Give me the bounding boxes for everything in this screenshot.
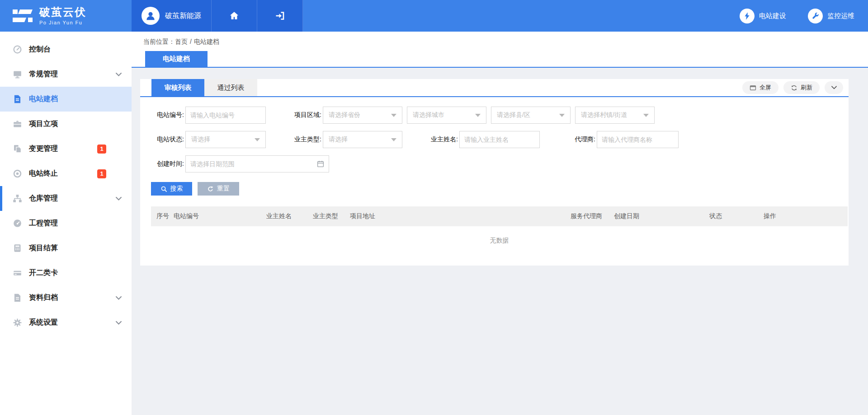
- table-column-header: 创建日期: [614, 212, 709, 220]
- sidebar-item-gear[interactable]: 系统设置: [0, 310, 132, 335]
- breadcrumb-current: 电站建档: [194, 38, 219, 45]
- search-button[interactable]: 搜索: [151, 182, 192, 196]
- sidebar-item-monitor[interactable]: 常规管理: [0, 62, 132, 87]
- table-column-header: 操作: [764, 212, 848, 220]
- sidebar-item-card[interactable]: 开二类卡: [0, 261, 132, 285]
- agent-label: 代理商:: [562, 135, 595, 144]
- station-no-label: 电站编号:: [151, 111, 184, 119]
- brand-logo-icon: [12, 6, 33, 25]
- reset-button[interactable]: 重置: [198, 182, 239, 196]
- avatar: [142, 7, 160, 25]
- station-status-placeholder: 请选择: [191, 135, 210, 144]
- caret-down-icon: [391, 114, 396, 117]
- main: 控制台常规管理电站建档项目立项变更管理1电站终止1仓库管理工程管理项目结算开二类…: [0, 32, 868, 415]
- notification-badge: 1: [97, 169, 106, 178]
- filter-row-1: 电站编号: 项目区域: 请选择省份请选择城市请选择县/区请选择村镇/街道: [151, 107, 849, 124]
- breadcrumb-separator: /: [190, 38, 192, 45]
- tab-passed-list[interactable]: 通过列表: [204, 79, 257, 96]
- filter-row-3: 创建时间:: [151, 155, 849, 173]
- sidebar-item-record[interactable]: 电站终止1: [0, 161, 132, 186]
- panel-tabstrip: 审核列表 通过列表 全屏: [140, 79, 849, 97]
- home-icon: [229, 10, 240, 21]
- sidebar-item-label: 电站终止: [29, 169, 58, 178]
- owner-name-input[interactable]: [459, 131, 540, 148]
- work-area: 审核列表 通过列表 全屏: [132, 68, 868, 277]
- briefcase-icon: [12, 119, 22, 129]
- sidebar-item-label: 资料归档: [29, 293, 58, 303]
- chevron-down-icon: [831, 86, 837, 89]
- table-column-header: 业主类型: [313, 212, 350, 220]
- table-column-header: 序号: [156, 212, 174, 220]
- sidebar-item-label: 工程管理: [29, 219, 58, 228]
- dashboard-icon: [12, 45, 22, 55]
- station-status-select[interactable]: 请选择: [185, 131, 266, 148]
- agent-input[interactable]: [597, 131, 679, 148]
- calendar-icon: [316, 160, 325, 168]
- chevron-down-icon: [116, 196, 122, 201]
- gear-icon: [12, 318, 22, 328]
- page-tab[interactable]: 电站建档: [145, 51, 208, 67]
- logout-button[interactable]: [257, 0, 303, 32]
- filter-form: 电站编号: 项目区域: 请选择省份请选择城市请选择县/区请选择村镇/街道 电站状…: [140, 97, 849, 173]
- logout-icon: [274, 10, 285, 21]
- sidebar-item-gauge[interactable]: 工程管理: [0, 211, 132, 236]
- region-town-select[interactable]: 请选择村镇/街道: [575, 107, 655, 124]
- station-no-input[interactable]: [185, 107, 266, 124]
- date-range-input[interactable]: [185, 155, 329, 173]
- sidebar-item-label: 开二类卡: [29, 268, 58, 278]
- sidebar-item-label: 变更管理: [29, 144, 58, 154]
- record-icon: [12, 169, 22, 179]
- sidebar-item-document[interactable]: 电站建档: [0, 87, 132, 112]
- collapse-button[interactable]: [825, 81, 843, 94]
- refresh-button[interactable]: 刷新: [783, 81, 820, 94]
- region-province-select[interactable]: 请选择省份: [323, 107, 402, 124]
- table-column-header: 服务代理商: [571, 212, 614, 220]
- home-button[interactable]: [212, 0, 257, 32]
- fullscreen-label: 全屏: [760, 84, 771, 92]
- content: 当前位置：首页/电站建档 电站建档 审核列表 通过列表 全屏: [132, 32, 868, 415]
- topbar-user-section: 破茧新能源: [132, 0, 303, 32]
- copy-icon: [12, 144, 22, 154]
- brand-title: 破茧云伏: [39, 6, 86, 18]
- caret-down-icon: [643, 114, 649, 117]
- sidebar-item-briefcase[interactable]: 项目立项: [0, 112, 132, 136]
- owner-type-placeholder: 请选择: [329, 135, 348, 144]
- select-placeholder: 请选择省份: [329, 111, 360, 119]
- topbar-item-label: 电站建设: [759, 12, 786, 20]
- gauge-icon: [12, 219, 22, 228]
- sidebar-item-calculator[interactable]: 项目结算: [0, 236, 132, 261]
- table-column-header: 电站编号: [174, 212, 266, 220]
- topbar-item-label: 监控运维: [827, 12, 854, 20]
- sidebar-item-archive[interactable]: 资料归档: [0, 285, 132, 310]
- topbar-item-wrench[interactable]: 监控运维: [808, 9, 854, 23]
- chevron-down-icon: [116, 321, 122, 325]
- sidebar-item-label: 常规管理: [29, 70, 58, 79]
- select-placeholder: 请选择城市: [413, 111, 444, 119]
- tab-audit-list[interactable]: 审核列表: [151, 79, 204, 96]
- sidebar-item-copy[interactable]: 变更管理1: [0, 136, 132, 161]
- user-menu[interactable]: 破茧新能源: [132, 0, 212, 32]
- table-column-header: 项目地址: [350, 212, 571, 220]
- select-placeholder: 请选择县/区: [497, 111, 530, 119]
- select-placeholder: 请选择村镇/街道: [581, 111, 627, 119]
- table-column-header: 业主姓名: [266, 212, 313, 220]
- user-name: 破茧新能源: [165, 11, 201, 21]
- sidebar-item-sitemap[interactable]: 仓库管理: [0, 186, 132, 211]
- chevron-down-icon: [116, 72, 122, 76]
- topbar-item-bolt[interactable]: 电站建设: [740, 9, 786, 23]
- brand-text: 破茧云伏 Po Jian Yun Fu: [39, 6, 86, 25]
- fullscreen-button[interactable]: 全屏: [742, 81, 778, 94]
- breadcrumb-home-link[interactable]: 首页: [175, 38, 188, 45]
- owner-type-select[interactable]: 请选择: [323, 131, 402, 148]
- region-city-select[interactable]: 请选择城市: [407, 107, 486, 124]
- sidebar-item-dashboard[interactable]: 控制台: [0, 37, 132, 62]
- panel-toolbar: 全屏 刷新: [742, 81, 843, 94]
- sidebar-item-label: 系统设置: [29, 318, 58, 327]
- topbar-right: 电站建设监控运维: [740, 0, 868, 32]
- sidebar-item-label: 电站建档: [29, 94, 58, 104]
- date-range-wrap: [185, 155, 329, 173]
- owner-name-label: 业主姓名:: [425, 135, 458, 144]
- region-district-select[interactable]: 请选择县/区: [491, 107, 571, 124]
- empty-state: 无数据: [151, 226, 848, 264]
- owner-type-label: 业主类型:: [288, 135, 321, 144]
